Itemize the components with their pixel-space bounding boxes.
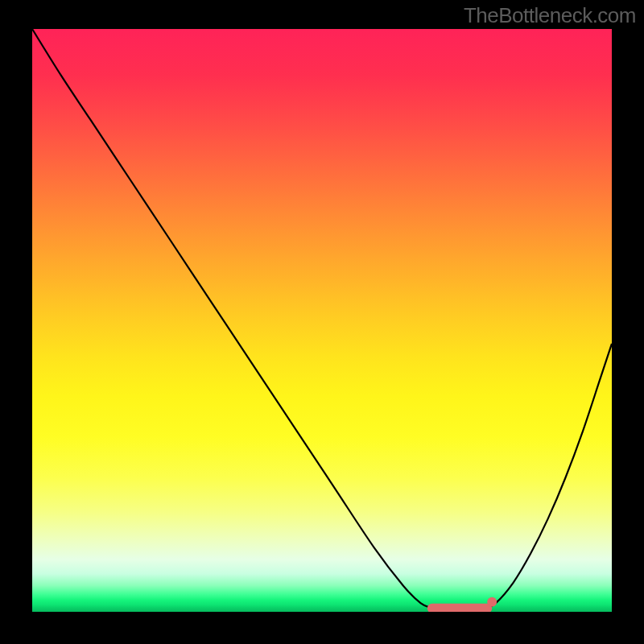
bottleneck-curve-left — [32, 29, 438, 609]
bottleneck-curve-right — [485, 344, 612, 609]
watermark-text: TheBottleneck.com — [464, 3, 636, 28]
curve-layer — [32, 29, 612, 612]
chart-frame: TheBottleneck.com — [0, 0, 644, 644]
optimal-marker-end — [487, 597, 497, 607]
plot-area — [32, 29, 612, 612]
